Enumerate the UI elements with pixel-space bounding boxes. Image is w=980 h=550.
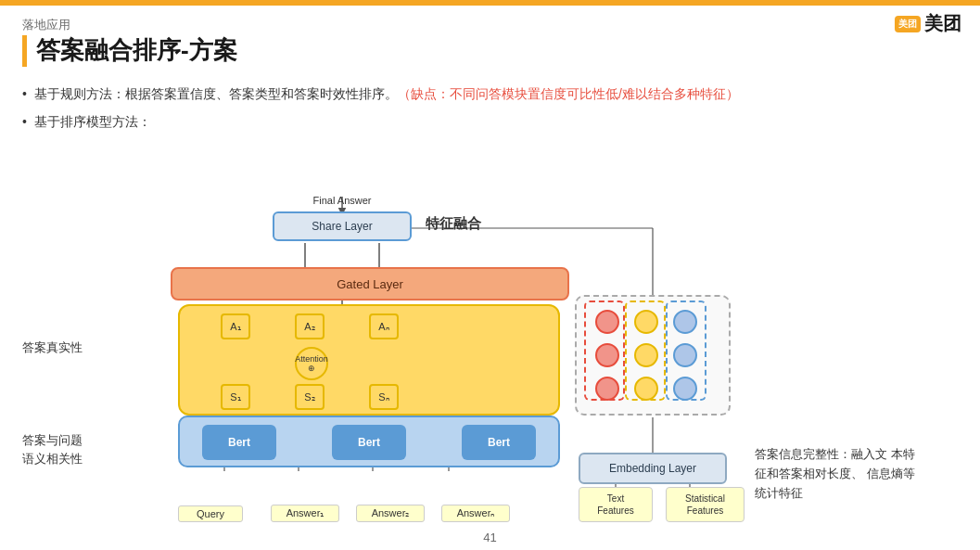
bert-box-1: Bert <box>202 425 276 460</box>
relevance-label: 答案与问题语义相关性 <box>22 431 83 467</box>
diagram: Final Answer Share Layer 特征融合 Gated Laye… <box>22 195 958 522</box>
dashed-box-yellow <box>625 301 666 401</box>
sn-box: Sₙ <box>369 384 399 410</box>
feature-fusion-label: 特征融合 <box>426 215 481 233</box>
bullet-2-text: 基于排序模型方法： <box>34 111 151 132</box>
bullet-2: 基于排序模型方法： <box>22 111 958 132</box>
answer1-label: Answer₁ <box>271 505 339 522</box>
dashed-box-red <box>584 301 625 401</box>
truthfulness-label: 答案真实性 <box>22 339 83 357</box>
circles-area <box>575 295 731 416</box>
bullet-1: 基于规则方法：根据答案置信度、答案类型和答案时效性排序。（缺点：不同问答模块置信… <box>22 83 958 104</box>
share-layer-box: Share Layer <box>273 211 412 241</box>
dashed-box-blue <box>666 301 706 401</box>
bullet-1-text: 基于规则方法：根据答案置信度、答案类型和答案时效性排序。（缺点：不同问答模块置信… <box>34 83 739 104</box>
page-number: 41 <box>483 531 496 544</box>
answern-label: Answerₙ <box>441 505 510 522</box>
attention-area: A₁ A₂ Aₙ Attention⊕ S₁ S₂ Sₙ <box>178 304 560 416</box>
s1-box: S₁ <box>221 384 250 410</box>
query-label: Query <box>178 505 243 522</box>
answer-completeness-label: 答案信息完整性：融入文 本特征和答案相对长度、 信息熵等统计特征 <box>755 445 917 503</box>
bert-box-3: Bert <box>462 425 536 460</box>
header: 落地应用 答案融合排序-方案 <box>0 6 980 67</box>
embedding-layer-box: Embedding Layer <box>579 453 727 484</box>
gated-layer-box: Gated Layer <box>171 267 569 301</box>
a2-box: A₂ <box>295 313 325 339</box>
bullets: 基于规则方法：根据答案置信度、答案类型和答案时效性排序。（缺点：不同问答模块置信… <box>22 83 958 133</box>
s2-box: S₂ <box>295 384 325 410</box>
answer2-label: Answer₂ <box>356 505 425 522</box>
page-title: 答案融合排序-方案 <box>22 35 958 67</box>
final-answer-label: Final Answer <box>296 195 388 206</box>
bullet-1-highlight: （缺点：不同问答模块置信度可比性低/难以结合多种特征） <box>398 86 739 101</box>
blue-area: Bert Bert Bert <box>178 416 560 467</box>
a1-box: A₁ <box>221 313 250 339</box>
subtitle: 落地应用 <box>22 17 958 33</box>
attention-circle: Attention⊕ <box>295 347 328 380</box>
content: 基于规则方法：根据答案置信度、答案类型和答案时效性排序。（缺点：不同问答模块置信… <box>22 83 958 522</box>
an-box: Aₙ <box>369 313 399 339</box>
bert-box-2: Bert <box>332 425 406 460</box>
text-features-box: TextFeatures <box>579 487 653 522</box>
statistical-features-box: StatisticalFeatures <box>666 487 745 522</box>
